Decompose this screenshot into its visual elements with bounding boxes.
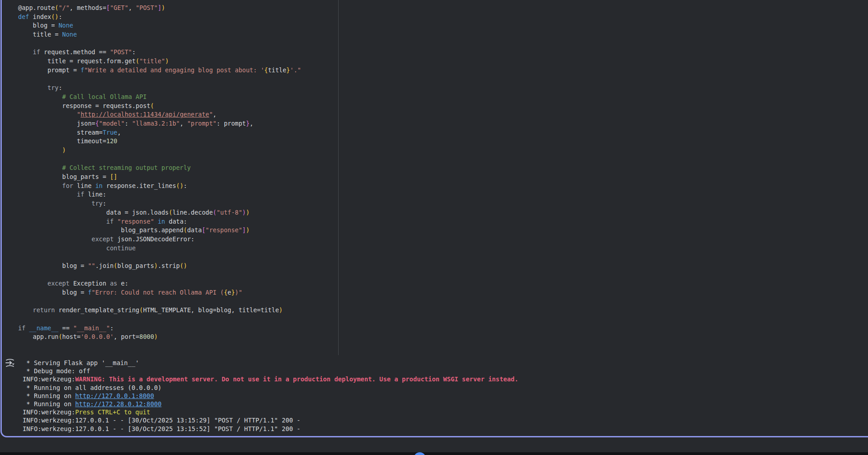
code-line[interactable] [18, 39, 335, 48]
code-token: : [125, 120, 132, 127]
code-token: ( [213, 209, 217, 216]
code-line[interactable]: return render_template_string(HTML_TEMPL… [18, 306, 335, 315]
code-token: blog_parts = [18, 173, 110, 180]
code-token: data = json.loads [18, 209, 169, 216]
code-line[interactable]: data = json.loads(line.decode("utf-8")) [18, 208, 335, 217]
url-link[interactable]: http://172.28.0.12:8000 [75, 400, 161, 408]
code-token: " [77, 111, 80, 118]
code-token [154, 218, 158, 225]
code-token: "llama3.2:1b" [132, 120, 180, 127]
code-editor-pane[interactable]: @app.route("/", methods=["GET", "POST"])… [18, 4, 335, 342]
code-line[interactable]: stream=True, [18, 128, 335, 137]
code-line[interactable]: "http://localhost:11434/api/generate", [18, 110, 335, 119]
code-line[interactable]: def index(): [18, 13, 335, 22]
code-line[interactable]: title = None [18, 30, 335, 39]
code-line[interactable] [18, 75, 335, 84]
code-token: WARNING: This is a development server. D… [75, 375, 518, 383]
terminal-line: * Running on http://172.28.0.12:8000 [23, 400, 701, 408]
code-line[interactable]: title = request.form.get("title") [18, 57, 335, 66]
code-line[interactable]: continue [18, 244, 335, 253]
code-token: ) [279, 306, 283, 314]
code-token [18, 280, 47, 287]
code-line[interactable]: # Collect streaming output properly [18, 164, 335, 173]
code-line[interactable]: json={"model": "llama3.2:1b", "prompt": … [18, 119, 335, 128]
code-line[interactable]: except json.JSONDecodeError: [18, 235, 335, 244]
code-token: .strip [158, 262, 180, 269]
code-token: , [117, 129, 121, 136]
code-token: , port= [113, 333, 139, 340]
code-line[interactable]: if request.method == "POST": [18, 48, 335, 57]
code-token: * Running on all addresses (0.0.0.0) [23, 384, 161, 391]
code-line[interactable]: if "response" in data: [18, 217, 335, 226]
code-token: == [58, 324, 73, 332]
code-line[interactable] [18, 271, 335, 280]
code-token: title [268, 66, 287, 74]
code-token: ] [158, 4, 161, 11]
terminal-line: * Running on http://127.0.0.1:8000 [23, 392, 701, 400]
code-line[interactable]: if __name__ == "__main__": [18, 324, 335, 333]
code-token: except [92, 235, 114, 243]
code-token: : [184, 182, 187, 189]
code-token: host= [62, 333, 81, 340]
code-token: json= [18, 120, 95, 127]
code-line[interactable] [18, 315, 335, 324]
code-line[interactable]: response = requests.post( [18, 102, 335, 111]
code-token: response = requests.post [18, 102, 151, 109]
code-token [18, 182, 62, 189]
code-token: { [264, 66, 268, 74]
code-line[interactable] [18, 253, 335, 262]
code-token: Press CTRL+C to quit [75, 408, 150, 416]
code-line[interactable]: try: [18, 199, 335, 208]
code-line[interactable]: except Exception as e: [18, 279, 335, 288]
code-line[interactable]: blog = None [18, 21, 335, 30]
bottom-bar [0, 452, 868, 455]
code-token: # Collect streaming output properly [18, 164, 191, 171]
code-token: if [33, 48, 40, 56]
code-line[interactable] [18, 297, 335, 306]
code-token: title = request.form.get [18, 57, 136, 65]
code-line[interactable] [18, 155, 335, 164]
code-token: json.JSONDecodeError: [113, 235, 194, 243]
code-line[interactable]: blog = "".join(blog_parts).strip() [18, 262, 335, 271]
code-token: blog_parts [117, 262, 154, 269]
code-token: app.run [18, 333, 58, 340]
code-token: index [29, 13, 51, 20]
code-token: [ [202, 226, 205, 234]
url-string[interactable]: http://localhost:11434/api/generate [80, 111, 209, 118]
code-token: ) [246, 209, 250, 216]
code-token: "utf-8" [217, 209, 242, 216]
code-token: '." [290, 66, 301, 74]
code-token [18, 111, 77, 118]
code-line[interactable]: timeout=120 [18, 137, 335, 146]
code-token: ) [154, 333, 158, 340]
code-token [18, 244, 106, 252]
code-line[interactable]: ) [18, 146, 335, 155]
code-token: , [213, 111, 217, 118]
code-line[interactable]: @app.route("/", methods=["GET", "POST"]) [18, 4, 335, 13]
code-token: "GET" [110, 4, 128, 11]
code-token: "prompt" [187, 120, 217, 127]
code-token: blog_parts.append [18, 226, 184, 234]
code-token: : [110, 324, 113, 332]
code-line[interactable]: if line: [18, 190, 335, 199]
stream-output-icon[interactable] [4, 357, 16, 370]
code-line[interactable]: blog_parts = [] [18, 173, 335, 182]
code-line[interactable]: blog = f"Error: Could not reach Ollama A… [18, 288, 335, 297]
code-token: "Write a detailed and engaging blog post… [84, 66, 264, 74]
url-link[interactable]: http://127.0.0.1:8000 [75, 392, 154, 399]
code-line[interactable]: try: [18, 84, 335, 93]
code-token: ( [58, 333, 62, 340]
code-token: : prompt [217, 120, 246, 127]
code-token: try [47, 84, 58, 91]
code-line[interactable]: for line in response.iter_lines(): [18, 182, 335, 191]
code-token: __name__ [29, 324, 58, 332]
code-token: HTML_TEMPLATE, blog=blog, title=title [143, 306, 279, 314]
code-token: stream= [18, 129, 103, 136]
code-line[interactable]: blog_parts.append(data["response"]) [18, 226, 335, 235]
code-token: } [286, 66, 290, 74]
code-token: "__main__" [73, 324, 110, 332]
code-line[interactable]: app.run(host='0.0.0.0', port=8000) [18, 333, 335, 342]
code-line[interactable]: prompt = f"Write a detailed and engaging… [18, 66, 335, 75]
code-line[interactable]: # Call local Ollama API [18, 93, 335, 102]
code-token: , [128, 4, 136, 11]
